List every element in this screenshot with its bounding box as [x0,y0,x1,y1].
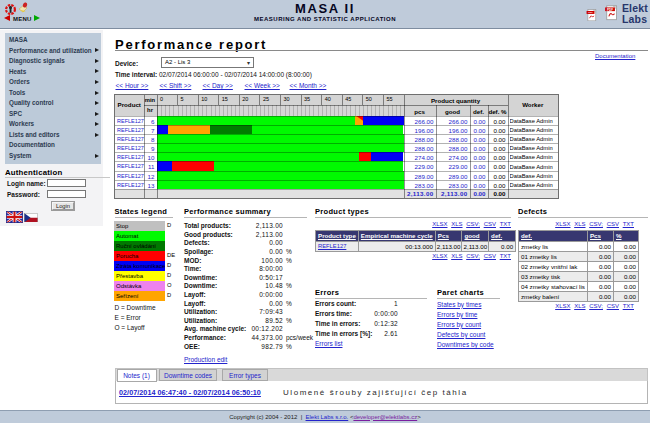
svg-text:PDF: PDF [607,8,613,12]
svg-text:PDF: PDF [588,11,593,14]
